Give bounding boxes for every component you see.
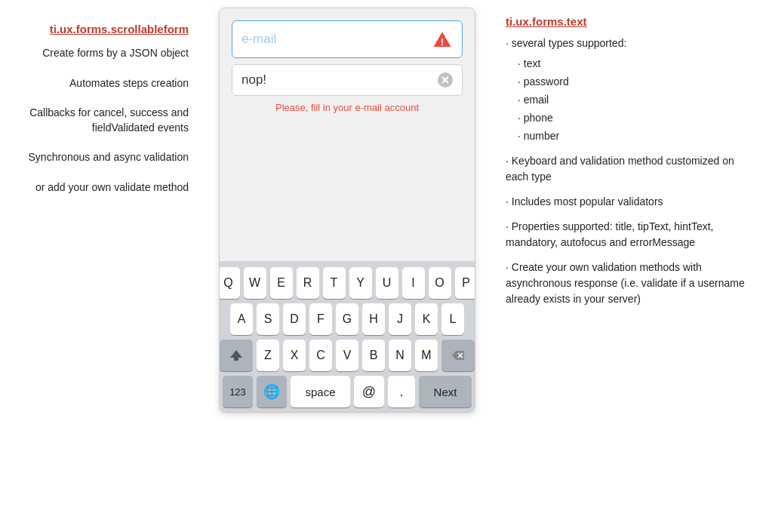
key-U[interactable]: U: [376, 267, 398, 299]
text-field[interactable]: nop!: [232, 64, 463, 96]
key-X[interactable]: X: [283, 340, 306, 371]
key-period[interactable]: .: [388, 376, 415, 407]
feature-4: Synchronous and async validation: [8, 150, 189, 165]
key-B[interactable]: B: [362, 340, 385, 371]
right-sidebar: ti.ux.forms.text · several types support…: [491, 0, 769, 331]
warning-icon: !: [432, 29, 453, 50]
left-sidebar: ti.ux.forms.scrollableform Create forms …: [0, 0, 204, 226]
key-V[interactable]: V: [336, 340, 358, 371]
clear-button[interactable]: [438, 72, 453, 88]
svg-marker-4: [230, 350, 242, 361]
key-delete[interactable]: [441, 340, 475, 371]
keyboard-section: · Keyboard and validation method customi…: [506, 153, 754, 185]
key-L[interactable]: L: [441, 303, 464, 335]
key-at[interactable]: @: [354, 376, 384, 407]
key-A[interactable]: A: [230, 303, 253, 335]
properties-section: · Properties supported: title, tipText, …: [506, 219, 754, 251]
svg-text:!: !: [441, 37, 444, 48]
bullet-validators: · Includes most popular validators: [506, 194, 754, 210]
phone-spacer: [220, 125, 475, 261]
key-Y[interactable]: Y: [349, 267, 372, 299]
key-J[interactable]: J: [389, 303, 411, 335]
error-message: Please, fill in your e-mail account: [232, 102, 463, 113]
keyboard: Q W E R T Y U I O P A S D F G H J K: [220, 261, 475, 412]
key-R[interactable]: R: [297, 267, 319, 299]
email-field[interactable]: e-mail !: [232, 20, 463, 58]
key-123[interactable]: 123: [223, 376, 253, 407]
key-T[interactable]: T: [323, 267, 346, 299]
key-D[interactable]: D: [283, 303, 306, 335]
key-W[interactable]: W: [244, 267, 266, 299]
left-title: ti.ux.forms.scrollableform: [8, 23, 189, 35]
bullet-validation: · Create your own validation methods wit…: [506, 260, 754, 307]
key-N[interactable]: N: [389, 340, 411, 371]
types-section: · several types supported: · text · pass…: [506, 35, 754, 144]
keyboard-row-2: A S D F G H J K L: [223, 303, 472, 335]
bullet-text: · text: [518, 56, 754, 72]
key-C[interactable]: C: [309, 340, 332, 371]
key-I[interactable]: I: [402, 267, 425, 299]
key-next[interactable]: Next: [419, 376, 472, 407]
bullet-properties: · Properties supported: title, tipText, …: [506, 219, 754, 251]
bullet-keyboard: · Keyboard and validation method customi…: [506, 153, 754, 185]
keyboard-row-1: Q W E R T Y U I O P: [223, 267, 472, 299]
keyboard-row-3: Z X C V B N M: [223, 340, 472, 371]
form-area: e-mail ! nop! Please, fill in your e-mai…: [220, 8, 475, 125]
bullet-types: · several types supported:: [506, 35, 754, 51]
keyboard-row-bottom: 123 🌐 space @ . Next: [223, 376, 472, 407]
key-E[interactable]: E: [270, 267, 293, 299]
validation-section: · Create your own validation methods wit…: [506, 260, 754, 307]
bullet-number: · number: [518, 128, 754, 144]
email-placeholder: e-mail: [241, 32, 276, 47]
bullet-phone: · phone: [518, 110, 754, 126]
key-S[interactable]: S: [257, 303, 279, 335]
key-P[interactable]: P: [455, 267, 476, 299]
bullet-password: · password: [518, 74, 754, 90]
key-M[interactable]: M: [415, 340, 438, 371]
feature-3: Callbacks for cancel, success and fieldV…: [8, 106, 189, 135]
phone-mockup: e-mail ! nop! Please, fill in your e-mai…: [204, 0, 491, 413]
key-K[interactable]: K: [415, 303, 438, 335]
key-Z[interactable]: Z: [257, 340, 279, 371]
key-G[interactable]: G: [336, 303, 358, 335]
validators-section: · Includes most popular validators: [506, 194, 754, 210]
feature-5: or add your own validate method: [8, 180, 189, 195]
key-Q[interactable]: Q: [219, 267, 240, 299]
feature-2: Automates steps creation: [8, 76, 189, 91]
key-H[interactable]: H: [362, 303, 385, 335]
key-F[interactable]: F: [309, 303, 332, 335]
right-title: ti.ux.forms.text: [506, 15, 754, 28]
phone-screen: e-mail ! nop! Please, fill in your e-mai…: [219, 8, 475, 413]
key-space[interactable]: space: [291, 376, 350, 407]
feature-1: Create forms by a JSON object: [8, 46, 189, 61]
key-globe[interactable]: 🌐: [257, 376, 287, 407]
key-O[interactable]: O: [429, 267, 451, 299]
text-input-value: nop!: [241, 72, 266, 88]
key-shift[interactable]: [220, 340, 253, 371]
bullet-email: · email: [518, 92, 754, 108]
